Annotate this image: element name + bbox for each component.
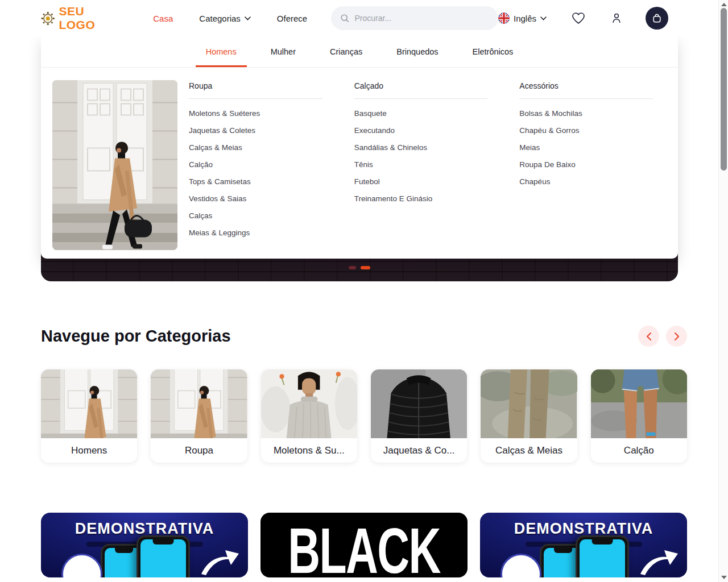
chevron-down-icon: [245, 16, 251, 20]
cart-button[interactable]: [646, 7, 668, 30]
logo-icon: [41, 11, 55, 26]
shopping-bag-icon: [651, 13, 663, 24]
tab-brinquedos[interactable]: Brinquedos: [386, 36, 448, 67]
megamenu-columns: Roupa Moletons & Suéteres Jaquetas & Col…: [177, 80, 667, 259]
header-actions: Inglês: [498, 7, 668, 30]
category-label: Jaquetas & Co...: [371, 438, 467, 463]
column-title: Acessórios: [519, 80, 653, 98]
megamenu-body: Roupa Moletons & Suéteres Jaquetas & Col…: [41, 68, 678, 259]
column-title: Calçado: [354, 80, 488, 98]
megamenu-column-acessorios: Acessórios Bolsas & Mochilas Chapéu & Go…: [519, 80, 667, 259]
carousel-controls: [638, 326, 687, 347]
tab-mulher[interactable]: Mulher: [260, 36, 306, 67]
chevron-down-icon: [540, 16, 547, 20]
megamenu-photo: [52, 80, 177, 250]
megamenu-column-roupa: Roupa Moletons & Suéteres Jaquetas & Col…: [189, 80, 354, 259]
category-label: Moletons & Su...: [261, 438, 357, 463]
category-cards: Homens Roupa Moletons & Su... Jaquetas &…: [41, 369, 687, 463]
prev-button[interactable]: [638, 326, 659, 347]
arrow-decor-icon: [638, 548, 679, 575]
logo[interactable]: SEU LOGO: [41, 5, 118, 32]
logo-text: SEU LOGO: [59, 5, 118, 32]
category-photo: [481, 369, 577, 438]
tab-criancas[interactable]: Crianças: [320, 36, 373, 67]
account-button[interactable]: [610, 12, 623, 24]
promo-banner-black[interactable]: BLACK: [260, 513, 468, 577]
nav-item-offers[interactable]: Oferece: [277, 14, 307, 23]
tab-homens[interactable]: Homens: [196, 36, 247, 67]
category-label: Roupa: [151, 438, 247, 463]
search-input[interactable]: [354, 14, 489, 23]
category-photo: [261, 369, 357, 438]
search-icon: [340, 13, 349, 23]
carousel-dot[interactable]: [349, 266, 356, 269]
category-card-calcas[interactable]: Calças & Meias: [481, 369, 577, 463]
top-navbar: SEU LOGO Casa Categorias Oferece: [0, 0, 728, 36]
page: SEU LOGO Casa Categorias Oferece: [0, 0, 728, 582]
megamenu-column-calcado: Calçado Basquete Executando Sandálias & …: [354, 80, 520, 259]
category-photo: [41, 369, 137, 438]
category-card-jaquetas[interactable]: Jaquetas & Co...: [371, 369, 467, 463]
scroll-up-arrow[interactable]: [721, 3, 727, 6]
menu-link[interactable]: Meias: [519, 143, 653, 152]
nav-item-home[interactable]: Casa: [153, 14, 173, 23]
menu-link[interactable]: Chapéu & Gorros: [519, 126, 653, 135]
scrollbar-thumb[interactable]: [721, 8, 727, 171]
menu-link[interactable]: Roupa De Baixo: [519, 160, 653, 169]
phone-mockup: [136, 535, 190, 577]
banner-title: BLACK: [279, 518, 449, 577]
menu-link[interactable]: Tops & Camisetas: [189, 177, 322, 186]
scroll-down-arrow[interactable]: [721, 576, 727, 579]
menu-link[interactable]: Meias & Leggings: [189, 228, 322, 237]
phone-mockup: [576, 535, 629, 577]
category-card-moletons[interactable]: Moletons & Su...: [261, 369, 357, 463]
promo-banner-demo-1[interactable]: DEMONSTRATIVA: [41, 513, 248, 577]
category-card-calcao[interactable]: Calção: [591, 369, 687, 463]
main-nav: Casa Categorias Oferece: [153, 14, 307, 23]
menu-link[interactable]: Chapéus: [519, 177, 653, 186]
category-card-homens[interactable]: Homens: [41, 369, 137, 463]
menu-link[interactable]: Moletons & Suéteres: [189, 109, 322, 118]
category-label: Homens: [41, 438, 137, 463]
menu-link[interactable]: Executando: [354, 126, 488, 135]
language-label: Inglês: [514, 14, 536, 23]
menu-link[interactable]: Treinamento E Ginásio: [354, 194, 488, 203]
next-button[interactable]: [666, 326, 687, 347]
category-card-roupa[interactable]: Roupa: [151, 369, 247, 463]
menu-link[interactable]: Jaquetas & Coletes: [189, 126, 322, 135]
heart-icon: [572, 12, 585, 24]
menu-link[interactable]: Calças: [189, 211, 322, 220]
promo-banners: DEMONSTRATIVA BLACK DEMONSTRATIVA: [41, 513, 687, 577]
category-label: Calção: [591, 438, 687, 463]
menu-link[interactable]: Calças & Meias: [189, 143, 322, 152]
category-label: Calças & Meias: [481, 438, 577, 463]
menu-link[interactable]: Futebol: [354, 177, 488, 186]
search-bar[interactable]: [331, 6, 498, 30]
menu-link[interactable]: Bolsas & Mochilas: [519, 109, 653, 118]
carousel-dot-active[interactable]: [361, 266, 370, 269]
arrow-decor-icon: [199, 548, 240, 575]
promo-banner-demo-2[interactable]: DEMONSTRATIVA: [480, 513, 687, 577]
menu-link[interactable]: Vestidos & Saias: [189, 194, 322, 203]
hero-carousel: Homens Mulher Crianças Brinquedos Eletrô…: [41, 36, 678, 281]
column-title: Roupa: [189, 80, 322, 98]
megamenu-tabs: Homens Mulher Crianças Brinquedos Eletrô…: [41, 36, 678, 68]
categories-megamenu: Homens Mulher Crianças Brinquedos Eletrô…: [41, 36, 678, 259]
category-photo: [371, 369, 467, 438]
menu-link[interactable]: Sandálias & Chinelos: [354, 143, 488, 152]
menu-link[interactable]: Tênis: [354, 160, 488, 169]
chevron-right-icon: [673, 332, 680, 341]
banner-circle-decor: [500, 554, 541, 577]
language-selector[interactable]: Inglês: [498, 13, 547, 24]
chevron-left-icon: [646, 332, 652, 341]
category-photo: [591, 369, 687, 438]
scrollbar[interactable]: [718, 0, 728, 582]
banner-circle-decor: [61, 554, 102, 577]
tab-eletronicos[interactable]: Eletrônicos: [462, 36, 524, 67]
menu-link[interactable]: Calção: [189, 160, 322, 169]
nav-item-categories[interactable]: Categorias: [199, 14, 251, 23]
categories-section-header: Navegue por Categorias: [41, 326, 687, 347]
wishlist-button[interactable]: [572, 12, 585, 24]
uk-flag-icon: [498, 13, 510, 24]
menu-link[interactable]: Basquete: [354, 109, 488, 118]
